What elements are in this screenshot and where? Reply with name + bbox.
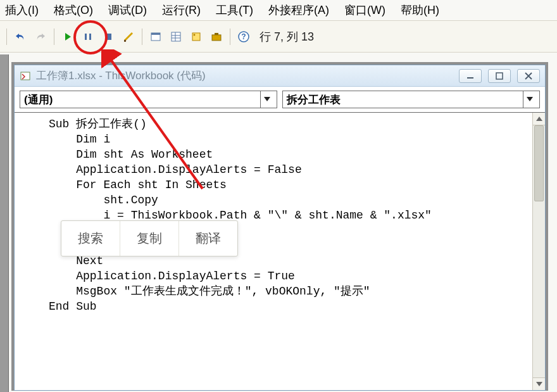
object-combobox[interactable]: (通用) bbox=[20, 91, 277, 108]
vertical-scrollbar[interactable] bbox=[532, 113, 545, 390]
procedure-combobox-value: 拆分工作表 bbox=[287, 92, 341, 107]
stop-icon bbox=[104, 32, 113, 41]
mdi-side-strip bbox=[0, 54, 9, 392]
toolbox-icon bbox=[211, 31, 222, 42]
redo-button[interactable] bbox=[32, 28, 49, 45]
toolbar-separator bbox=[54, 28, 54, 45]
svg-rect-10 bbox=[192, 33, 200, 41]
code-window-titlebar[interactable]: 工作簿1.xlsx - ThisWorkbook (代码) bbox=[15, 65, 545, 87]
menu-window[interactable]: 窗口(W) bbox=[344, 3, 385, 18]
svg-rect-18 bbox=[496, 73, 503, 79]
pause-icon bbox=[84, 32, 92, 41]
selection-toolbar: 搜索 复制 翻译 bbox=[61, 220, 238, 256]
help-icon: ? bbox=[238, 31, 249, 42]
scroll-up-button[interactable] bbox=[533, 113, 545, 125]
design-icon bbox=[123, 31, 134, 42]
toolbar-separator bbox=[230, 28, 230, 45]
menu-addins[interactable]: 外接程序(A) bbox=[268, 3, 329, 18]
svg-rect-3 bbox=[124, 40, 126, 42]
translate-button[interactable]: 翻译 bbox=[178, 221, 237, 256]
design-mode-button[interactable] bbox=[120, 28, 137, 45]
menu-insert[interactable]: 插入(I) bbox=[5, 3, 39, 18]
object-browser-button[interactable] bbox=[188, 28, 204, 45]
properties-button[interactable] bbox=[168, 28, 184, 45]
close-button[interactable] bbox=[517, 69, 540, 83]
module-icon bbox=[20, 70, 31, 82]
code-nav-selectors: (通用) 拆分工作表 bbox=[15, 87, 545, 112]
minimize-icon bbox=[466, 73, 475, 79]
menu-help[interactable]: 帮助(H) bbox=[401, 3, 439, 18]
redo-icon bbox=[35, 31, 46, 42]
project-icon bbox=[150, 31, 161, 42]
procedure-combobox[interactable]: 拆分工作表 bbox=[282, 91, 540, 108]
stop-button[interactable] bbox=[100, 28, 116, 45]
minimize-button[interactable] bbox=[459, 69, 482, 83]
chevron-down-icon bbox=[536, 382, 542, 387]
scrollbar-track[interactable] bbox=[533, 125, 545, 377]
help-button[interactable]: ? bbox=[235, 28, 252, 45]
toolbar-separator bbox=[142, 28, 142, 45]
maximize-icon bbox=[495, 72, 504, 80]
svg-rect-2 bbox=[105, 34, 111, 40]
scroll-down-button[interactable] bbox=[533, 377, 545, 390]
pause-button[interactable] bbox=[80, 28, 96, 45]
close-icon bbox=[524, 72, 533, 80]
svg-rect-1 bbox=[89, 34, 91, 40]
menu-run[interactable]: 运行(R) bbox=[162, 3, 201, 18]
code-text[interactable]: Sub 拆分工作表() Dim i Dim sht As Worksheet A… bbox=[15, 113, 545, 318]
play-icon bbox=[63, 32, 72, 41]
cursor-position-label: 行 7, 列 13 bbox=[260, 29, 314, 44]
menu-format[interactable]: 格式(O) bbox=[54, 3, 93, 18]
chevron-up-icon bbox=[536, 117, 542, 122]
svg-rect-5 bbox=[151, 33, 160, 35]
search-button[interactable]: 搜索 bbox=[61, 221, 120, 256]
toolbar-separator bbox=[6, 28, 7, 45]
svg-rect-13 bbox=[215, 33, 218, 35]
project-explorer-button[interactable] bbox=[147, 28, 164, 45]
toolbox-button[interactable] bbox=[208, 28, 225, 45]
object-combobox-value: (通用) bbox=[24, 92, 53, 107]
maximize-button[interactable] bbox=[488, 69, 511, 83]
svg-point-11 bbox=[194, 34, 196, 35]
undo-icon bbox=[15, 31, 26, 42]
scrollbar-thumb[interactable] bbox=[534, 125, 544, 201]
chevron-down-icon bbox=[523, 91, 535, 108]
properties-icon bbox=[170, 31, 182, 42]
menu-debug[interactable]: 调试(D) bbox=[108, 3, 147, 18]
svg-rect-12 bbox=[212, 35, 221, 41]
code-window-title: 工作簿1.xlsx - ThisWorkbook (代码) bbox=[36, 68, 454, 83]
run-button[interactable] bbox=[59, 28, 76, 45]
copy-button[interactable]: 复制 bbox=[120, 221, 178, 256]
svg-text:?: ? bbox=[241, 32, 246, 41]
object-browser-icon bbox=[191, 31, 202, 42]
toolbar: ? 行 7, 列 13 bbox=[0, 21, 557, 53]
undo-button[interactable] bbox=[12, 28, 28, 45]
chevron-down-icon bbox=[260, 91, 273, 108]
svg-rect-0 bbox=[85, 34, 87, 40]
menu-tools[interactable]: 工具(T) bbox=[216, 3, 253, 18]
menu-bar: 插入(I) 格式(O) 调试(D) 运行(R) 工具(T) 外接程序(A) 窗口… bbox=[0, 0, 557, 21]
svg-rect-6 bbox=[172, 32, 180, 41]
